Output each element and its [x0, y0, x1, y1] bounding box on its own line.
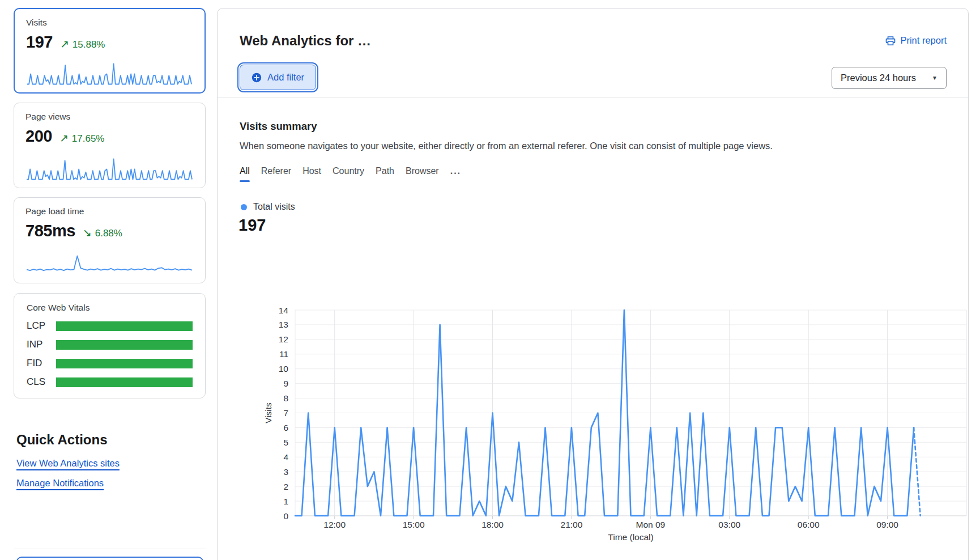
- page-title: Web Analytics for …: [240, 33, 371, 49]
- metric-card-visits[interactable]: Visits 197 ↗15.88%: [14, 8, 206, 94]
- page-load-sparkline: [26, 255, 193, 273]
- time-range-value: Previous 24 hours: [841, 73, 916, 83]
- print-report-label: Print report: [900, 35, 947, 46]
- cwv-metric-label: FID: [27, 358, 56, 369]
- tab-browser[interactable]: Browser: [406, 166, 439, 182]
- y-axis-tick-label: 14: [279, 306, 289, 315]
- metric-card-page-views[interactable]: Page views 200 ↗17.65%: [14, 103, 206, 188]
- page-views-sparkline: [26, 158, 193, 180]
- core-web-vitals-card[interactable]: Core Web Vitals LCP INP FID CLS: [14, 293, 206, 398]
- trend-up-icon: ↗: [60, 37, 69, 50]
- trend-badge: ↗15.88%: [60, 37, 105, 50]
- printer-icon: [885, 36, 896, 46]
- cwv-row-inp: INP: [27, 339, 193, 350]
- sidebar-divider: [14, 549, 206, 549]
- y-axis-tick-label: 4: [283, 452, 288, 462]
- x-axis-tick-label: Mon 09: [636, 520, 666, 529]
- cwv-row-fid: FID: [27, 358, 193, 369]
- chart-legend: Total visits: [241, 202, 295, 212]
- visits-summary-description: When someone navigates to your website, …: [240, 141, 773, 151]
- trend-value: 6.88%: [95, 228, 122, 239]
- y-axis-tick-label: 5: [283, 438, 288, 447]
- add-filter-label: Add filter: [267, 72, 304, 83]
- trend-up-icon: ↗: [59, 131, 69, 145]
- total-visits-value: 197: [238, 216, 266, 235]
- trend-value: 17.65%: [72, 133, 105, 145]
- cwv-metric-label: CLS: [27, 376, 56, 388]
- metric-value: 197: [26, 33, 53, 52]
- y-axis-tick-label: 13: [279, 320, 288, 329]
- tab-path[interactable]: Path: [376, 166, 394, 182]
- main-panel: Web Analytics for … Print report Add fil…: [217, 8, 969, 560]
- y-axis-tick-label: 8: [283, 393, 288, 403]
- trend-badge: ↘6.88%: [83, 226, 122, 239]
- metric-value: 200: [25, 127, 52, 146]
- legend-series-label: Total visits: [253, 202, 295, 212]
- sidebar-next-card-cut[interactable]: [16, 557, 203, 560]
- trend-value: 15.88%: [73, 39, 105, 50]
- tab-country[interactable]: Country: [333, 166, 364, 182]
- metric-label: Page load time: [25, 206, 194, 217]
- metric-value: 785ms: [25, 222, 75, 240]
- header-divider: [218, 97, 968, 97]
- y-axis-title: Visits: [263, 402, 273, 423]
- tab-overflow-more[interactable]: ...: [450, 166, 461, 182]
- x-axis-tick-label: 03:00: [718, 520, 740, 529]
- y-axis-tick-label: 2: [283, 482, 288, 491]
- core-web-vitals-title: Core Web Vitals: [27, 303, 193, 313]
- quick-actions-title: Quick Actions: [16, 432, 107, 448]
- metric-card-page-load-time[interactable]: Page load time 785ms ↘6.88%: [14, 197, 206, 283]
- chart-canvas: 0123456789101112131412:0015:0018:0021:00…: [238, 267, 969, 550]
- x-axis-tick-label: 21:00: [561, 520, 583, 529]
- tab-host[interactable]: Host: [302, 166, 321, 182]
- cwv-metric-label: INP: [27, 339, 56, 350]
- cwv-row-lcp: LCP: [27, 320, 193, 332]
- legend-dot-icon: [241, 204, 247, 210]
- trend-down-icon: ↘: [83, 226, 92, 239]
- web-analytics-dashboard: Visits 197 ↗15.88% Page views 200 ↗17.65…: [0, 0, 980, 560]
- y-axis-tick-label: 10: [279, 364, 289, 374]
- visits-summary-title: Visits summary: [240, 120, 317, 133]
- x-axis-tick-label: 15:00: [403, 520, 425, 529]
- y-axis-tick-label: 11: [279, 349, 288, 359]
- tab-all[interactable]: All: [240, 166, 250, 182]
- cwv-row-cls: CLS: [27, 376, 193, 388]
- x-axis-title: Time (local): [608, 532, 653, 542]
- cwv-bar-fid: [56, 359, 193, 368]
- x-axis-tick-label: 06:00: [798, 520, 820, 529]
- x-axis-tick-label: 18:00: [482, 520, 504, 529]
- cwv-bar-lcp: [56, 321, 193, 331]
- dimension-tabs: All Referer Host Country Path Browser ..…: [240, 166, 461, 182]
- y-axis-tick-label: 0: [283, 511, 288, 521]
- y-axis-tick-label: 7: [283, 408, 288, 418]
- add-filter-button[interactable]: Add filter: [240, 65, 316, 90]
- y-axis-tick-label: 12: [279, 334, 288, 344]
- trend-badge: ↗17.65%: [59, 131, 105, 145]
- y-axis-tick-label: 9: [283, 379, 288, 388]
- cwv-bar-cls: [56, 377, 193, 387]
- link-view-web-analytics-sites[interactable]: View Web Analytics sites: [16, 458, 120, 469]
- plus-circle-icon: [252, 73, 262, 83]
- cwv-metric-label: LCP: [27, 320, 56, 332]
- metric-label: Visits: [26, 18, 193, 28]
- visits-line-chart[interactable]: 0123456789101112131412:0015:0018:0021:00…: [238, 267, 969, 550]
- print-report-link[interactable]: Print report: [885, 35, 947, 46]
- tab-referer[interactable]: Referer: [261, 166, 291, 182]
- link-manage-notifications[interactable]: Manage Notifications: [16, 478, 104, 489]
- y-axis-tick-label: 3: [283, 467, 288, 477]
- y-axis-tick-label: 6: [283, 423, 288, 432]
- time-range-dropdown[interactable]: Previous 24 hours ▼: [832, 67, 947, 89]
- cwv-bar-inp: [56, 340, 193, 350]
- metric-label: Page views: [25, 112, 194, 122]
- visits-sparkline: [27, 63, 192, 85]
- y-axis-tick-label: 1: [283, 497, 288, 506]
- x-axis-tick-label: 09:00: [876, 520, 898, 529]
- x-axis-tick-label: 12:00: [323, 520, 346, 529]
- chevron-down-icon: ▼: [932, 75, 938, 81]
